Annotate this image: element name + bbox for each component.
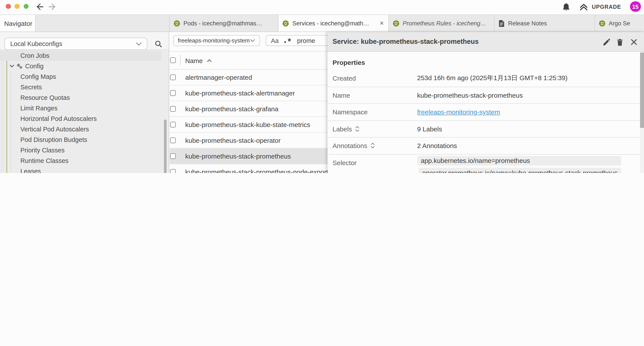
window-zoom-button[interactable] <box>24 4 28 9</box>
back-button[interactable] <box>36 3 44 10</box>
namespace-select[interactable]: freeleaps-monitoring-system <box>173 35 260 46</box>
drawer-row-value: 9 Labels <box>417 125 442 133</box>
drawer-row-label: Namespace <box>332 108 368 116</box>
tab-close-icon[interactable]: × <box>379 20 385 27</box>
drawer-header: Service: kube-prometheus-stack-prometheu… <box>327 32 644 52</box>
tab-pods-icecheng-mathmas[interactable]: Pods - icecheng@mathmas… <box>169 15 278 31</box>
row-checkbox[interactable] <box>170 169 176 173</box>
row-checkbox[interactable] <box>170 90 176 96</box>
properties-section-heading: Properties <box>327 52 644 70</box>
delete-trash-icon[interactable] <box>616 38 623 46</box>
drawer-row-created: Created253d 16h 6m ago (2025年1月13日 GMT+8… <box>327 70 644 87</box>
sidebar-item-runtime-classes[interactable]: Runtime Classes <box>0 155 161 166</box>
drawer-scrollbar-thumb[interactable] <box>640 52 644 128</box>
sort-asc-icon <box>207 59 212 62</box>
sidebar-item-limit-ranges[interactable]: Limit Ranges <box>0 103 161 113</box>
kubernetes-icon <box>282 19 289 27</box>
namespace-link[interactable]: freeleaps-monitoring-system <box>417 108 500 116</box>
double-chevron-up-icon <box>579 2 588 12</box>
window-minimize-button[interactable] <box>14 4 20 9</box>
drawer-scrollbar[interactable] <box>640 52 644 173</box>
row-checkbox[interactable] <box>170 122 176 127</box>
sidebar-item-cron-jobs[interactable]: Cron Jobs <box>0 50 161 61</box>
regex-toggle[interactable]: * <box>284 37 291 44</box>
upgrade-label: UPGRADE <box>592 4 621 10</box>
row-checkbox[interactable] <box>170 106 176 111</box>
details-drawer: Service: kube-prometheus-stack-prometheu… <box>327 32 644 173</box>
sidebar-filter-row: Local Kubeconfigs <box>0 32 168 50</box>
selector-badge: operator.prometheus.io/name=kube-prometh… <box>418 168 621 173</box>
drawer-row-label: Name <box>332 91 350 99</box>
forward-button[interactable] <box>48 3 56 10</box>
chevron-down-icon <box>9 63 14 69</box>
selector-badge: app.kubernetes.io/name=prometheus <box>417 156 621 165</box>
navigator-header: Navigator <box>0 15 36 31</box>
upgrade-button[interactable]: UPGRADE <box>579 2 621 12</box>
window-close-button[interactable] <box>6 4 11 9</box>
notification-count-badge[interactable]: 15 <box>630 1 641 12</box>
drawer-row-labels: Labels9 Labels <box>327 121 644 137</box>
app-window: UPGRADE 15 Navigator Pods - icecheng@mat… <box>0 0 644 173</box>
chevron-down-icon <box>250 39 255 42</box>
drawer-row-label: Labels <box>332 125 352 133</box>
select-all-checkbox[interactable] <box>170 57 176 63</box>
drawer-title: Service: kube-prometheus-stack-prometheu… <box>332 38 479 45</box>
sidebar-item-leases[interactable]: Leases <box>0 166 161 173</box>
sidebar-item-config[interactable]: Config <box>0 61 161 72</box>
kubernetes-icon <box>392 19 400 27</box>
notifications-bell-icon[interactable] <box>562 3 571 12</box>
gears-icon <box>16 63 23 69</box>
tab-services-icecheng-math[interactable]: Services - icecheng@math…× <box>278 15 389 31</box>
tab-prometheus-rules-icecheng[interactable]: Prometheus Rules - icecheng… <box>389 15 494 31</box>
search-value: prome <box>297 37 315 44</box>
sidebar-item-horizontal-pod-autoscalers[interactable]: Horizontal Pod Autoscalers <box>0 113 161 124</box>
drawer-row-label: Created <box>332 75 356 82</box>
document-icon <box>498 19 505 27</box>
sidebar-scrollbar-thumb[interactable] <box>164 120 166 173</box>
drawer-row-value: 253d 16h 6m ago (2025年1月13日 GMT+8 1:25:3… <box>417 74 568 82</box>
kubeconfig-select[interactable]: Local Kubeconfigs <box>4 38 147 50</box>
row-checkbox[interactable] <box>170 153 176 159</box>
tab-argo-se[interactable]: Argo Se <box>595 15 644 31</box>
tab-strip: Navigator Pods - icecheng@mathmas…Servic… <box>0 15 644 32</box>
sidebar: Local Kubeconfigs Cron JobsConfigConfig … <box>0 32 169 173</box>
sidebar-item-pod-disruption-budgets[interactable]: Pod Disruption Budgets <box>0 134 161 145</box>
sidebar-item-secrets[interactable]: Secrets <box>0 82 161 93</box>
window-titlebar: UPGRADE 15 <box>0 0 644 15</box>
close-icon[interactable] <box>630 38 637 45</box>
sidebar-search-icon[interactable] <box>155 40 162 47</box>
sidebar-item-config-maps[interactable]: Config Maps <box>0 72 161 82</box>
sidebar-item-resource-quotas[interactable]: Resource Quotas <box>0 93 161 103</box>
drawer-row-value: 2 Annotations <box>417 142 457 150</box>
drawer-row-value: kube-prometheus-stack-prometheus <box>417 91 523 99</box>
drawer-row-label: Selector <box>332 159 357 166</box>
chevron-down-icon <box>136 42 142 46</box>
edit-pencil-icon[interactable] <box>602 38 610 46</box>
sidebar-item-vertical-pod-autoscalers[interactable]: Vertical Pod Autoscalers <box>0 124 161 134</box>
drawer-row-name: Namekube-prometheus-stack-prometheus <box>327 87 644 104</box>
kubernetes-icon <box>173 19 180 27</box>
row-checkbox[interactable] <box>170 74 176 80</box>
match-case-toggle[interactable]: Aa <box>271 37 279 44</box>
tab-release-notes[interactable]: Release Notes <box>494 15 595 31</box>
expand-sort-icon <box>370 143 374 149</box>
cluster-tabs: Pods - icecheng@mathmas…Services - icech… <box>169 15 644 31</box>
drawer-body: PropertiesCreated253d 16h 6m ago (2025年1… <box>327 52 644 173</box>
drawer-row-selector: Selectorapp.kubernetes.io/name=prometheu… <box>327 154 644 173</box>
column-divider <box>180 55 180 66</box>
expand-sort-icon <box>355 126 359 132</box>
drawer-row-label: Annotations <box>332 142 367 150</box>
column-header-name[interactable]: Name <box>185 52 212 69</box>
sidebar-item-priority-classes[interactable]: Priority Classes <box>0 145 161 155</box>
drawer-row-annotations: Annotations2 Annotations <box>327 137 644 154</box>
drawer-row-namespace: Namespacefreeleaps-monitoring-system <box>327 104 644 121</box>
row-checkbox[interactable] <box>170 137 176 143</box>
kubernetes-icon <box>598 19 606 27</box>
sidebar-tree: Cron JobsConfigConfig MapsSecretsResourc… <box>0 50 168 173</box>
